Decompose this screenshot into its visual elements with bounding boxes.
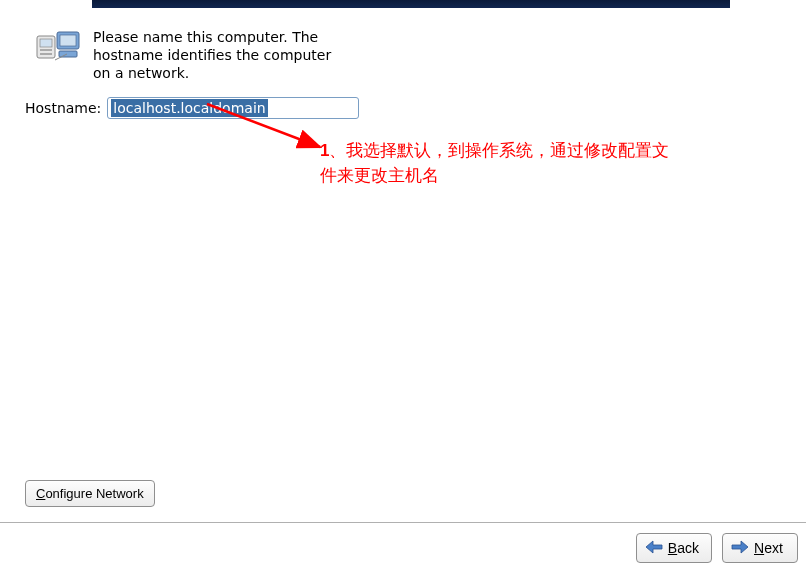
footer-bar: Back Next (0, 522, 806, 573)
prompt-row: Please name this computer. The hostname … (35, 28, 786, 83)
back-button[interactable]: Back (636, 533, 712, 563)
hostname-row: Hostname: localhost.localdomain (25, 97, 786, 119)
svg-rect-3 (40, 53, 52, 55)
back-rest: ack (677, 540, 699, 556)
header-banner (92, 0, 730, 8)
arrow-left-icon (645, 540, 663, 557)
svg-rect-5 (60, 35, 76, 46)
next-button[interactable]: Next (722, 533, 798, 563)
configure-underline: C (36, 486, 45, 501)
hostname-input-value: localhost.localdomain (111, 99, 267, 117)
configure-rest: onfigure Network (45, 486, 143, 501)
prompt-text: Please name this computer. The hostname … (93, 28, 353, 83)
main-content: Please name this computer. The hostname … (35, 28, 786, 119)
svg-marker-11 (732, 541, 748, 553)
svg-rect-2 (40, 49, 52, 51)
configure-network-button[interactable]: Configure Network (25, 480, 155, 507)
computer-network-icon (35, 30, 83, 70)
annotation-text: 1、我选择默认，到操作系统，通过修改配置文件来更改主机名 (320, 139, 680, 188)
svg-marker-10 (646, 541, 662, 553)
hostname-input[interactable]: localhost.localdomain (107, 97, 359, 119)
arrow-right-icon (731, 540, 749, 557)
back-underline: B (668, 540, 677, 556)
hostname-label: Hostname: (25, 100, 101, 116)
next-underline: N (754, 540, 764, 556)
svg-rect-1 (40, 39, 52, 47)
annotation-body: 、我选择默认，到操作系统，通过修改配置文件来更改主机名 (320, 141, 669, 185)
next-rest: ext (764, 540, 783, 556)
